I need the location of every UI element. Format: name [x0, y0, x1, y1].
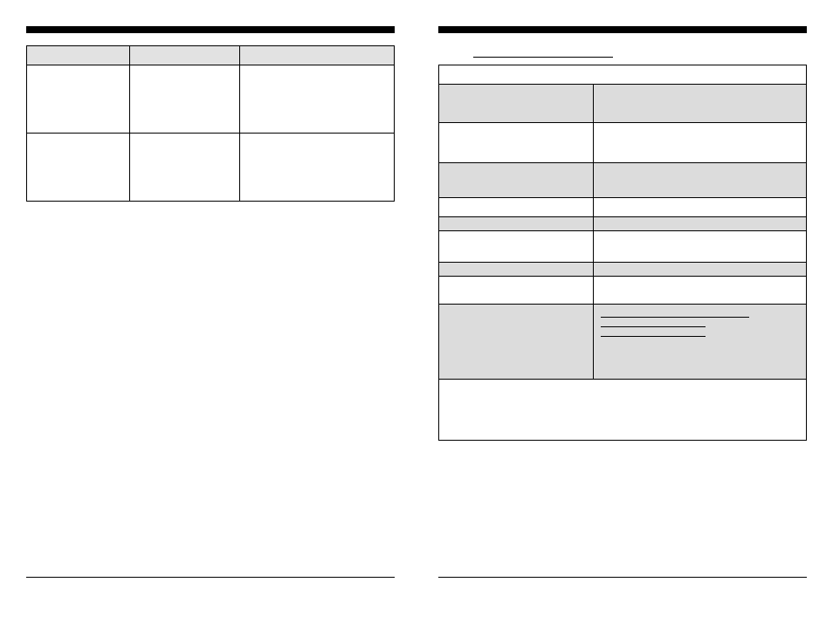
right-label	[439, 163, 594, 198]
right-table-row	[439, 217, 807, 231]
right-table-row	[439, 231, 807, 263]
right-value	[593, 198, 806, 217]
left-cell	[240, 65, 395, 134]
left-cell	[27, 65, 130, 134]
right-label	[439, 123, 594, 163]
right-links-cell	[593, 305, 806, 380]
right-table-row	[439, 263, 807, 277]
right-value	[593, 163, 806, 198]
left-table-row	[27, 134, 395, 202]
link-underline	[601, 326, 706, 327]
right-label	[439, 277, 594, 305]
left-table	[26, 45, 395, 202]
right-table-header	[439, 65, 807, 85]
right-table-header-row	[439, 65, 807, 85]
left-cell	[129, 65, 239, 134]
left-heading-bar	[26, 26, 395, 33]
right-label	[439, 85, 594, 123]
left-cell	[129, 134, 239, 202]
right-table-row	[439, 123, 807, 163]
left-th-1	[27, 46, 130, 65]
right-column	[438, 26, 807, 585]
left-cell	[240, 134, 395, 202]
right-label	[439, 217, 594, 231]
right-value	[593, 217, 806, 231]
right-footer-rule	[438, 577, 807, 578]
left-table-row	[27, 65, 395, 134]
right-table-row	[439, 163, 807, 198]
right-table-row	[439, 277, 807, 305]
right-heading-bar	[438, 26, 807, 33]
left-table-header-row	[27, 46, 395, 65]
right-section-underline	[473, 45, 613, 58]
left-th-3	[240, 46, 395, 65]
right-label	[439, 231, 594, 263]
right-table	[438, 65, 807, 441]
right-value	[593, 123, 806, 163]
right-value	[593, 277, 806, 305]
right-value	[593, 263, 806, 277]
right-table-row	[439, 198, 807, 217]
right-label	[439, 198, 594, 217]
left-th-2	[129, 46, 239, 65]
right-table-row	[439, 85, 807, 123]
right-bottom-cell	[439, 380, 807, 441]
right-label	[439, 263, 594, 277]
left-footer-rule	[26, 577, 395, 578]
link-underline	[601, 317, 749, 318]
right-links-label	[439, 305, 594, 380]
right-table-links-row	[439, 305, 807, 380]
right-value	[593, 231, 806, 263]
left-column	[26, 26, 395, 585]
right-value	[593, 85, 806, 123]
left-cell	[27, 134, 130, 202]
link-underline	[601, 336, 706, 337]
right-table-bottom-row	[439, 380, 807, 441]
